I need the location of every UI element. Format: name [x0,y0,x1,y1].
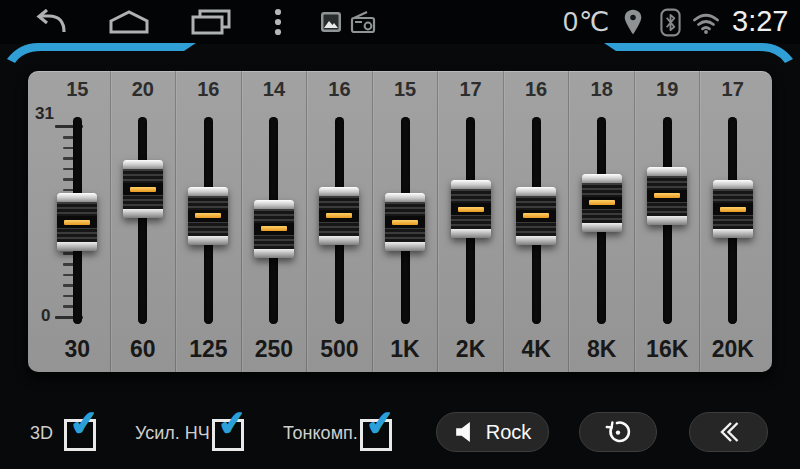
eq-band-freq: 20K [700,336,765,363]
thumb-top-cap [713,180,753,189]
location-icon [622,8,644,37]
checkbox-label-3d: 3D [30,423,53,444]
thumb-orange-line [64,220,90,225]
eq-slider-thumb[interactable] [319,187,359,245]
eq-slider-thumb[interactable] [57,193,97,251]
eq-slider-thumb[interactable] [647,167,687,225]
eq-band-freq: 60 [111,336,176,363]
recents-icon[interactable] [190,9,232,35]
eq-band-freq: 8K [569,336,634,363]
checkmark-icon: ✔ [364,405,396,442]
eq-band-column: 16 125 [175,71,241,372]
eq-band-value: 14 [242,78,307,101]
eq-band-value: 16 [176,78,241,101]
thumb-bottom-cap [647,216,687,225]
preset-button[interactable]: Rock [436,412,549,452]
home-icon[interactable] [108,10,150,34]
eq-slider-thumb[interactable] [254,200,294,258]
thumb-orange-line [261,226,287,231]
thumb-top-cap [188,187,228,196]
thumb-top-cap [57,193,97,202]
eq-slider-thumb[interactable] [713,180,753,238]
thumb-top-cap [123,160,163,169]
clock: 3:27 [732,5,788,38]
eq-slider-thumb[interactable] [188,187,228,245]
thumb-bottom-cap [516,236,556,245]
eq-band-column: 17 20K [699,71,765,372]
wifi-icon [692,12,720,34]
thumb-ribs [188,196,228,236]
temperature-readout: 0℃ [563,6,610,38]
thumb-orange-line [720,207,746,212]
eq-band-freq: 125 [176,336,241,363]
eq-band-column: 19 16K [634,71,700,372]
thumb-bottom-cap [319,236,359,245]
eq-slider-thumb[interactable] [582,174,622,232]
checkbox-label-loudness: Тонкомп. [283,423,358,444]
thumb-ribs [516,196,556,236]
eq-slider-thumb[interactable] [516,187,556,245]
eq-band-value: 16 [307,78,372,101]
thumb-top-cap [319,187,359,196]
checkmark-icon: ✔ [216,405,248,442]
checkbox-bass-boost[interactable]: ✔ [212,419,244,451]
thumb-ribs [254,209,294,249]
thumb-orange-line [589,200,615,205]
eq-band-column: 20 60 [110,71,176,372]
thumb-bottom-cap [57,242,97,251]
accent-swoosh [0,41,800,67]
thumb-orange-line [392,220,418,225]
thumb-bottom-cap [582,223,622,232]
eq-slider-thumb[interactable] [385,193,425,251]
eq-band-value: 17 [700,78,765,101]
collapse-button[interactable] [689,412,768,452]
eq-band-column: 14 250 [241,71,307,372]
eq-band-value: 15 [373,78,438,101]
radio-icon[interactable] [350,9,376,35]
thumb-top-cap [451,180,491,189]
checkbox-loudness[interactable]: ✔ [360,419,392,451]
checkmark-icon: ✔ [68,405,100,442]
thumb-ribs [319,196,359,236]
thumb-top-cap [254,200,294,209]
eq-band-value: 20 [111,78,176,101]
double-chevron-left-icon [716,420,742,444]
thumb-orange-line [130,187,156,192]
thumb-bottom-cap [188,236,228,245]
thumb-ribs [713,189,753,229]
back-icon[interactable] [28,9,68,36]
checkbox-3d[interactable]: ✔ [64,419,96,451]
eq-band-freq: 500 [307,336,372,363]
eq-slider-thumb[interactable] [123,160,163,218]
eq-band-column: 15 30 [45,71,110,372]
eq-bands: 15 30 20 60 16 [45,71,765,372]
eq-band-freq: 30 [45,336,110,363]
eq-band-column: 15 1K [372,71,438,372]
eq-band-freq: 2K [438,336,503,363]
thumb-top-cap [582,174,622,183]
eq-band-freq: 4K [504,336,569,363]
eq-band-freq: 250 [242,336,307,363]
thumb-ribs [582,183,622,223]
thumb-orange-line [523,213,549,218]
thumb-orange-line [654,193,680,198]
thumb-bottom-cap [123,209,163,218]
preset-label: Rock [486,421,532,444]
thumb-top-cap [647,167,687,176]
eq-band-value: 18 [569,78,634,101]
eq-band-value: 15 [45,78,110,101]
speaker-icon [454,421,473,443]
reset-icon [605,419,631,445]
thumb-bottom-cap [451,229,491,238]
overflow-menu-icon[interactable] [272,8,284,38]
equalizer-screen: 0℃ 3:27 31 0 15 [0,0,800,469]
thumb-bottom-cap [254,249,294,258]
thumb-ribs [57,202,97,242]
equalizer-panel: 31 0 15 30 20 60 16 [28,71,772,372]
thumb-ribs [647,176,687,216]
eq-slider-track[interactable] [138,117,147,324]
reset-button[interactable] [579,412,657,452]
gallery-icon[interactable] [320,11,342,33]
eq-slider-thumb[interactable] [451,180,491,238]
eq-band-value: 16 [504,78,569,101]
